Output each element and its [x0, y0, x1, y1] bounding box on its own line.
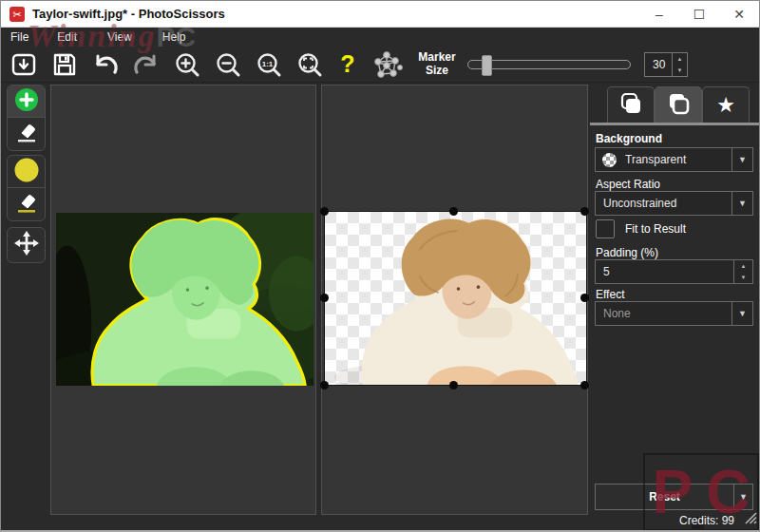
background-section-label: Background [596, 132, 662, 145]
app-icon: ✂ [10, 7, 25, 22]
save-button[interactable] [44, 48, 85, 81]
maximize-button[interactable]: ☐ [679, 1, 719, 28]
spin-up-button[interactable]: ▲ [673, 53, 687, 65]
move-tool[interactable] [8, 228, 45, 262]
foreground-layers-icon [618, 91, 643, 119]
menu-file[interactable]: File [3, 28, 36, 46]
padding-spin-down-button[interactable]: ▼ [734, 272, 752, 283]
minimize-button[interactable]: – [639, 1, 679, 28]
effect-label: Effect [596, 288, 624, 301]
svg-text:1:1: 1:1 [261, 60, 273, 68]
marker-size-value[interactable]: 30 [645, 53, 672, 76]
yellow-circle-icon [13, 157, 40, 187]
tab-foreground[interactable] [607, 86, 655, 123]
marker-size-slider-handle[interactable] [482, 55, 492, 76]
menu-help[interactable]: Help [155, 28, 194, 46]
selection-handle-top-center[interactable] [449, 207, 458, 216]
save-icon [52, 52, 77, 77]
options-tabs: ★ [607, 86, 750, 123]
eraser-icon [14, 120, 39, 148]
tool-strip [1, 83, 48, 532]
close-button[interactable]: ✕ [719, 1, 759, 28]
background-layers-icon [666, 91, 691, 119]
menu-bar: File Edit View Help [1, 28, 759, 47]
fit-to-result-row: Fit to Result [596, 219, 686, 238]
help-button[interactable]: ? [330, 48, 366, 81]
move-arrows-icon [13, 230, 40, 260]
undo-icon [91, 52, 120, 77]
resize-grip[interactable] [743, 510, 757, 528]
main-toolbar: 1:1 ? Marker Size [1, 47, 759, 83]
fit-to-result-checkbox[interactable] [596, 219, 615, 238]
title-bar: ✂ Taylor-swift.jpg* - PhotoScissors – ☐ … [1, 1, 759, 28]
menu-view[interactable]: View [100, 28, 140, 46]
zoom-fit-button[interactable] [289, 48, 330, 81]
original-image-with-mask[interactable] [56, 213, 314, 386]
effect-dropdown[interactable]: None ▼ [595, 301, 753, 326]
yellow-marker-tool[interactable] [8, 156, 45, 188]
undo-button[interactable] [85, 48, 125, 81]
reset-button[interactable]: Reset ▼ [595, 484, 753, 510]
marker-size-label: Marker Size [414, 51, 460, 78]
selection-handle-bottom-center[interactable] [449, 381, 458, 390]
menu-edit[interactable]: Edit [49, 28, 85, 46]
selection-handle-top-right[interactable] [580, 207, 589, 216]
redo-button[interactable] [125, 48, 166, 81]
zoom-out-icon [215, 51, 241, 78]
tab-effects[interactable]: ★ [702, 86, 750, 123]
padding-spinbox[interactable]: 5 ▲ ▼ [595, 259, 753, 284]
window-controls: – ☐ ✕ [639, 1, 759, 28]
background-dropdown[interactable]: Transparent ▼ [595, 147, 753, 172]
main-area: ★ Background Transparent ▼ Aspect Ratio … [1, 83, 760, 532]
selection-handle-top-left[interactable] [320, 207, 329, 216]
zoom-actual-button[interactable]: 1:1 [248, 48, 289, 81]
credits-label: Credits: 99 [679, 514, 734, 527]
marker-size-spinbox[interactable]: 30 ▲ ▼ [644, 52, 688, 77]
options-panel: ★ Background Transparent ▼ Aspect Ratio … [590, 83, 760, 532]
tab-background[interactable] [655, 86, 702, 123]
padding-label: Padding (%) [596, 246, 658, 259]
zoom-in-button[interactable] [166, 48, 207, 81]
redo-icon [132, 52, 161, 77]
zoom-out-button[interactable] [207, 48, 248, 81]
result-image-transparent[interactable] [324, 211, 587, 386]
open-image-button[interactable] [3, 48, 44, 81]
background-dropdown-arrow-icon[interactable]: ▼ [732, 148, 752, 171]
background-dropdown-value: Transparent [617, 153, 732, 166]
selection-handle-bottom-right[interactable] [580, 381, 589, 390]
foreground-marker-tool[interactable] [8, 86, 45, 118]
canvas-area [48, 83, 590, 532]
reset-button-label: Reset [596, 484, 733, 509]
reset-dropdown-arrow-icon[interactable]: ▼ [733, 484, 752, 509]
aspect-ratio-label: Aspect Ratio [596, 178, 660, 191]
tab-underline [590, 123, 760, 125]
aspect-ratio-dropdown-value: Unconstrained [596, 197, 732, 210]
result-photo-graphic [325, 212, 586, 385]
zoom-in-icon [174, 51, 200, 78]
original-photo-graphic [56, 213, 314, 386]
green-plus-icon [14, 87, 39, 116]
open-image-icon [11, 52, 36, 77]
selection-handle-bottom-left[interactable] [320, 381, 329, 390]
marker-eraser-tool[interactable] [8, 118, 45, 150]
padding-spin-up-button[interactable]: ▲ [734, 260, 752, 272]
yellow-eraser-tool[interactable] [8, 188, 45, 220]
marker-size-slider[interactable] [467, 60, 631, 69]
spin-down-button[interactable]: ▼ [673, 65, 687, 76]
aspect-ratio-dropdown-arrow-icon[interactable]: ▼ [732, 192, 752, 215]
window-title: Taylor-swift.jpg* - PhotoScissors [32, 7, 225, 21]
result-image-panel[interactable] [321, 85, 588, 515]
star-icon: ★ [716, 95, 735, 116]
aspect-ratio-dropdown[interactable]: Unconstrained ▼ [595, 191, 753, 216]
padding-value[interactable]: 5 [596, 265, 733, 278]
selection-handle-mid-left[interactable] [320, 294, 329, 302]
help-icon: ? [340, 52, 354, 76]
smart-marker-icon [370, 49, 403, 80]
selection-handle-mid-right[interactable] [580, 294, 589, 302]
marker-size-spin-arrows: ▲ ▼ [672, 53, 687, 76]
yellow-eraser-icon [14, 190, 39, 218]
smart-marker-button[interactable] [366, 48, 407, 81]
original-image-panel[interactable] [50, 85, 316, 515]
effect-dropdown-arrow-icon[interactable]: ▼ [732, 302, 752, 325]
yellow-tool-group [7, 155, 46, 221]
